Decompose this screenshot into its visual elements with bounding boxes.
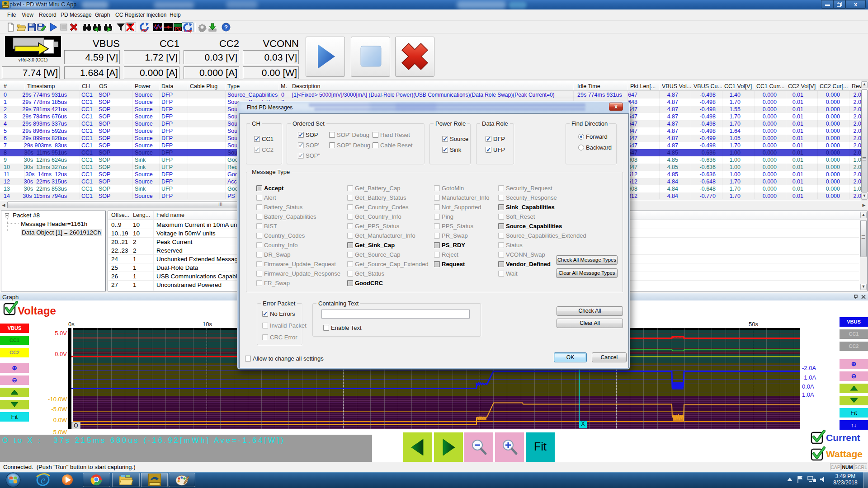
svg-text:PD: PD xyxy=(142,28,147,32)
svg-text:Grap: Grap xyxy=(184,29,193,33)
svg-text:?: ? xyxy=(224,24,228,31)
svg-text:PD: PD xyxy=(175,27,181,32)
svg-text:e: e xyxy=(41,474,46,486)
